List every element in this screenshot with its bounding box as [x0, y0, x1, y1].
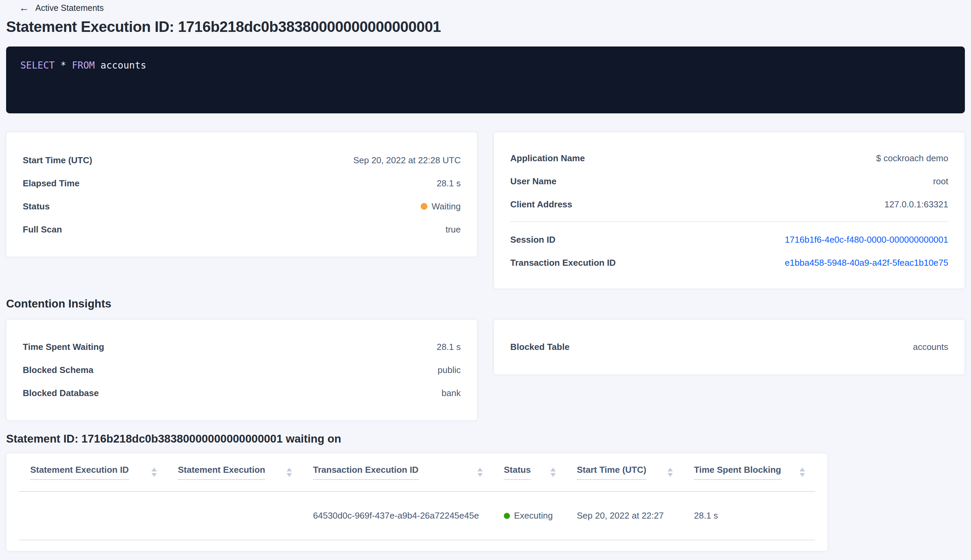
client-address-value: 127.0.0.1:63321 — [884, 199, 948, 210]
cell-statement-execution-id — [19, 492, 167, 540]
column-header-status[interactable]: Status — [493, 453, 566, 492]
sql-keyword-select: SELECT — [20, 60, 55, 71]
sql-statement-box: SELECT * FROM accounts — [6, 47, 965, 113]
blocked-table-row: Blocked Table accounts — [510, 335, 948, 358]
status-row: Status Waiting — [23, 195, 461, 218]
session-id-row: Session ID 1716b1f6-4e0c-f480-0000-00000… — [510, 228, 948, 251]
status-waiting-dot-icon — [420, 203, 427, 210]
sql-keyword-from: FROM — [72, 60, 95, 71]
statement-overview-card: Start Time (UTC) Sep 20, 2022 at 22:28 U… — [6, 132, 477, 257]
user-name-label: User Name — [510, 176, 556, 187]
sort-icon[interactable] — [152, 468, 157, 477]
blocked-database-row: Blocked Database bank — [23, 382, 461, 405]
elapsed-time-label: Elapsed Time — [23, 178, 80, 189]
status-executing-text: Executing — [514, 510, 553, 521]
column-header-statement-execution-id[interactable]: Statement Execution ID — [19, 453, 167, 492]
blocked-schema-label: Blocked Schema — [23, 365, 93, 375]
transaction-execution-id-link[interactable]: e1bba458-5948-40a9-a42f-5feac1b10e75 — [785, 258, 948, 268]
sort-icon[interactable] — [799, 468, 805, 477]
sort-icon[interactable] — [551, 468, 556, 477]
blocked-database-value: bank — [442, 388, 461, 398]
start-time-value: Sep 20, 2022 at 22:28 UTC — [353, 155, 461, 166]
blocked-schema-value: public — [438, 365, 461, 375]
status-waiting-text: Waiting — [432, 201, 461, 212]
transaction-execution-id-label: Transaction Execution ID — [510, 258, 616, 268]
cell-statement-execution — [167, 492, 302, 540]
waiting-on-table-card: Statement Execution ID Statement Executi… — [6, 453, 828, 551]
cell-time-spent-blocking: 28.1 s — [683, 492, 815, 540]
full-scan-label: Full Scan — [23, 224, 62, 235]
column-header-statement-execution-id-label: Statement Execution ID — [30, 465, 128, 480]
elapsed-time-row: Elapsed Time 28.1 s — [23, 172, 461, 195]
client-address-row: Client Address 127.0.0.1:63321 — [510, 193, 948, 216]
full-scan-value: true — [445, 224, 461, 235]
application-name-row: Application Name $ cockroach demo — [510, 147, 948, 170]
blocked-table-label: Blocked Table — [510, 342, 569, 352]
contention-insights-heading: Contention Insights — [6, 297, 111, 310]
statement-execution-details-page: ← Active Statements Statement Execution … — [0, 0, 971, 560]
contention-details-card: Time Spent Waiting 28.1 s Blocked Schema… — [6, 319, 477, 420]
status-executing-dot-icon — [504, 513, 510, 519]
status-value: Waiting — [420, 201, 461, 212]
session-id-label: Session ID — [510, 235, 556, 245]
sql-table-name: accounts — [100, 60, 146, 71]
blocked-table-value: accounts — [913, 342, 948, 352]
client-address-label: Client Address — [510, 199, 572, 210]
column-header-time-spent-blocking-label: Time Spent Blocking — [694, 465, 781, 480]
cell-status: Executing — [493, 492, 566, 540]
back-to-active-statements-link[interactable]: ← Active Statements — [19, 3, 103, 13]
user-name-row: User Name root — [510, 170, 948, 193]
cell-start-time: Sep 20, 2022 at 22:27 — [566, 492, 683, 540]
sort-icon[interactable] — [667, 468, 673, 477]
application-name-label: Application Name — [510, 153, 585, 163]
column-header-statement-execution-label: Statement Execution — [178, 465, 265, 480]
transaction-execution-id-row: Transaction Execution ID e1bba458-5948-4… — [510, 251, 948, 274]
full-scan-row: Full Scan true — [23, 218, 461, 241]
session-id-link[interactable]: 1716b1f6-4e0c-f480-0000-000000000001 — [785, 235, 948, 245]
column-header-time-spent-blocking[interactable]: Time Spent Blocking — [683, 453, 815, 492]
waiting-on-table: Statement Execution ID Statement Executi… — [19, 453, 815, 540]
application-name-value: $ cockroach demo — [876, 153, 948, 163]
cell-transaction-execution-id: 64530d0c-969f-437e-a9b4-26a72245e45e — [302, 492, 493, 540]
blocked-table-card: Blocked Table accounts — [494, 319, 965, 375]
session-info-card: Application Name $ cockroach demo User N… — [494, 132, 965, 289]
column-header-start-time[interactable]: Start Time (UTC) — [566, 453, 683, 492]
blocked-schema-row: Blocked Schema public — [23, 358, 461, 382]
column-header-statement-execution[interactable]: Statement Execution — [167, 453, 302, 492]
time-spent-waiting-value: 28.1 s — [437, 342, 461, 352]
column-header-transaction-execution-id-label: Transaction Execution ID — [313, 465, 419, 480]
waiting-on-heading: Statement ID: 1716b218dc0b38380000000000… — [6, 432, 341, 445]
waiting-on-table-header-row: Statement Execution ID Statement Executi… — [19, 453, 815, 492]
time-spent-waiting-label: Time Spent Waiting — [23, 342, 104, 352]
time-spent-waiting-row: Time Spent Waiting 28.1 s — [23, 335, 461, 358]
table-row: 64530d0c-969f-437e-a9b4-26a72245e45e Exe… — [19, 492, 815, 540]
column-header-start-time-label: Start Time (UTC) — [577, 465, 646, 480]
back-arrow-icon: ← — [19, 3, 29, 13]
blocked-database-label: Blocked Database — [23, 388, 99, 398]
elapsed-time-value: 28.1 s — [437, 178, 461, 189]
column-header-status-label: Status — [504, 465, 531, 480]
sort-icon[interactable] — [477, 468, 483, 477]
status-label: Status — [23, 201, 50, 212]
page-title: Statement Execution ID: 1716b218dc0b3838… — [6, 18, 441, 35]
start-time-row: Start Time (UTC) Sep 20, 2022 at 22:28 U… — [23, 149, 461, 172]
sql-star: * — [60, 60, 66, 71]
user-name-value: root — [933, 176, 948, 187]
back-link-label: Active Statements — [35, 3, 103, 13]
session-card-divider — [510, 221, 948, 222]
start-time-label: Start Time (UTC) — [23, 155, 92, 166]
column-header-transaction-execution-id[interactable]: Transaction Execution ID — [302, 453, 493, 492]
sort-icon[interactable] — [287, 468, 292, 477]
